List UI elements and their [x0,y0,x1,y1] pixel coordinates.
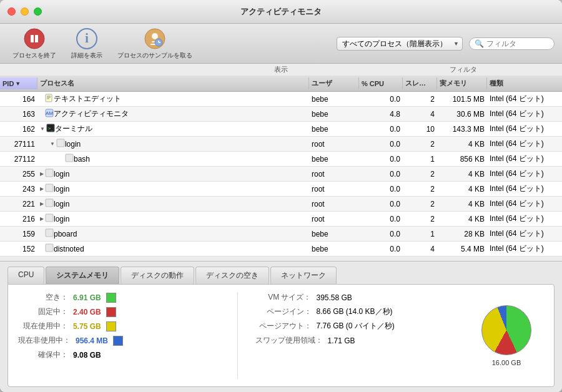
svg-text:>_: >_ [48,126,54,131]
process-icon [45,94,54,104]
swap-value: 1.71 GB [328,336,355,345]
genzai-label: 現在使用中： [18,321,68,331]
table-row[interactable]: 27111 ▼ login root 0.0 2 4 KB Intel (64 … [0,137,562,152]
cell-process-name: AM アクティビティモニタ [37,107,309,121]
vm-stats: VM サイズ： 395.58 GB ページイン： 8.66 GB (14.0 K… [255,292,457,379]
cell-type: Intel (64 ビット) [487,227,562,241]
process-icon [45,198,54,209]
cell-memory: 4 KB [437,167,487,181]
header-user[interactable]: ユーザ [309,77,359,89]
table-row[interactable]: 243 ▶ login root 0.0 2 4 KB Intel (64 ビッ… [0,182,562,197]
main-window: アクティビティモニタ プロセスを終了 i 詳細を表示 [0,0,562,392]
expand-icon[interactable]: ▶ [40,201,44,207]
search-box[interactable]: 🔍 [469,37,555,50]
maximize-button[interactable] [34,7,42,16]
process-icon [45,228,54,239]
aki-value: 6.91 GB [73,293,101,302]
header-threads[interactable]: スレ… [403,77,437,89]
cell-cpu: 4.8 [359,107,403,121]
kotei-color-block [106,307,116,317]
expand-icon[interactable]: ▼ [40,126,45,132]
process-filter-select-wrapper[interactable]: すべてのプロセス（階層表示） すべてのプロセス 自分のプロセス [337,37,463,51]
process-icon [45,213,54,224]
expand-icon[interactable]: ▶ [40,186,44,192]
expand-icon[interactable]: ▶ [40,216,44,222]
table-row[interactable]: 27112 bash bebe 0.0 1 856 KB Intel (64 ビ… [0,152,562,167]
cell-threads: 2 [403,137,437,151]
table-row[interactable]: 162 ▼ >_ ターミナル bebe 0.0 10 143.3 MB Inte… [0,122,562,137]
kotei-label: 固定中： [18,306,68,317]
cell-process-name: pboard [37,227,309,241]
header-pid[interactable]: PID ▼ [0,77,37,89]
cell-memory: 4 KB [437,197,487,211]
tab-system-memory[interactable]: システムメモリ [46,267,119,284]
aki-label: 空き： [18,292,68,303]
cell-user: root [309,137,359,151]
stat-row-genzai: 現在使用中： 5.75 GB [18,321,220,331]
cell-cpu: 0.0 [359,212,403,226]
cell-cpu: 0.0 [359,92,403,106]
cell-threads: 10 [403,122,437,136]
tab-disk-activity[interactable]: ディスクの動作 [121,267,194,284]
header-cpu[interactable]: % CPU [359,77,403,89]
cell-threads: 2 [403,212,437,226]
table-row[interactable]: 216 ▶ login root 0.0 2 4 KB Intel (64 ビッ… [0,212,562,227]
pie-area: 16.00 GB [469,292,544,379]
window-controls [7,7,42,16]
table-row[interactable]: 221 ▶ login root 0.0 2 4 KB Intel (64 ビッ… [0,197,562,212]
header-type[interactable]: 種類 [487,77,562,89]
header-process-name[interactable]: プロセス名 [37,77,309,89]
cell-memory: 28 KB [437,227,487,241]
expand-icon[interactable]: ▶ [40,171,44,177]
cell-threads: 1 [403,227,437,241]
cell-user: root [309,182,359,196]
search-input[interactable] [486,39,549,48]
vm-row-swap: スワップ使用領域： 1.71 GB [255,335,457,346]
hikachu-label: 現在非使用中： [18,335,71,346]
cell-user: bebe [309,227,359,241]
svg-rect-22 [46,169,53,177]
tab-network[interactable]: ネットワーク [270,267,337,284]
show-info-button[interactable]: i 詳細を表示 [66,25,107,62]
tab-disk-space[interactable]: ディスクの空き [195,267,269,284]
stop-process-button[interactable]: プロセスを終了 [7,25,61,62]
cell-cpu: 0.0 [359,167,403,181]
cell-memory: 143.3 MB [437,122,487,136]
vm-row-size: VM サイズ： 395.58 GB [255,292,457,303]
cell-process-name: ▼ >_ ターミナル [37,122,309,136]
genzai-value: 5.75 GB [73,322,101,331]
table-row[interactable]: 152 distnoted bebe 0.0 4 5.4 MB Intel (6… [0,242,562,257]
table-row[interactable]: 163 AM アクティビティモニタ bebe 4.8 4 30.6 MB Int… [0,107,562,122]
sample-process-button[interactable]: プロセスのサンプルを取る [112,25,197,62]
cell-cpu: 0.0 [359,227,403,241]
tab-cpu[interactable]: CPU [7,267,44,284]
process-table: PID ▼ プロセス名 ユーザ % CPU スレ… 実メモリ 種類 [0,76,562,261]
show-info-label: 詳細を表示 [71,51,102,60]
cell-cpu: 0.0 [359,182,403,196]
table-row[interactable]: 164 テキストエディット bebe 0.0 2 101.5 MB Intel … [0,92,562,107]
cell-pid: 216 [0,212,37,226]
minimize-button[interactable] [21,7,29,16]
cell-type: Intel (64 ビット) [487,152,562,166]
cell-memory: 5.4 MB [437,242,487,256]
table-row[interactable]: 255 ▶ login root 0.0 2 4 KB Intel (64 ビッ… [0,167,562,182]
cell-memory: 4 KB [437,212,487,226]
cell-user: bebe [309,122,359,136]
header-memory[interactable]: 実メモリ [437,77,487,89]
toolbar-right: すべてのプロセス（階層表示） すべてのプロセス 自分のプロセス 🔍 [337,37,555,51]
tab-content-system-memory: 空き： 6.91 GB 固定中： 2.40 GB 現在使用中： 5.75 GB … [7,284,555,387]
close-button[interactable] [7,7,16,16]
cell-type: Intel (64 ビット) [487,137,562,151]
svg-text:i: i [85,31,89,45]
table-row[interactable]: 159 pboard bebe 0.0 1 28 KB Intel (64 ビッ… [0,227,562,242]
cell-pid: 221 [0,197,37,211]
hyoji-label: 表示 [190,65,372,74]
pagein-label: ページイン： [255,306,312,317]
process-filter-select[interactable]: すべてのプロセス（階層表示） すべてのプロセス 自分のプロセス [337,37,463,51]
expand-icon[interactable]: ▼ [50,141,55,147]
swap-label: スワップ使用領域： [255,335,323,346]
process-icon: AM [45,109,54,119]
cell-cpu: 0.0 [359,197,403,211]
cell-pid: 163 [0,107,37,121]
pageout-label: ページアウト： [255,321,312,331]
